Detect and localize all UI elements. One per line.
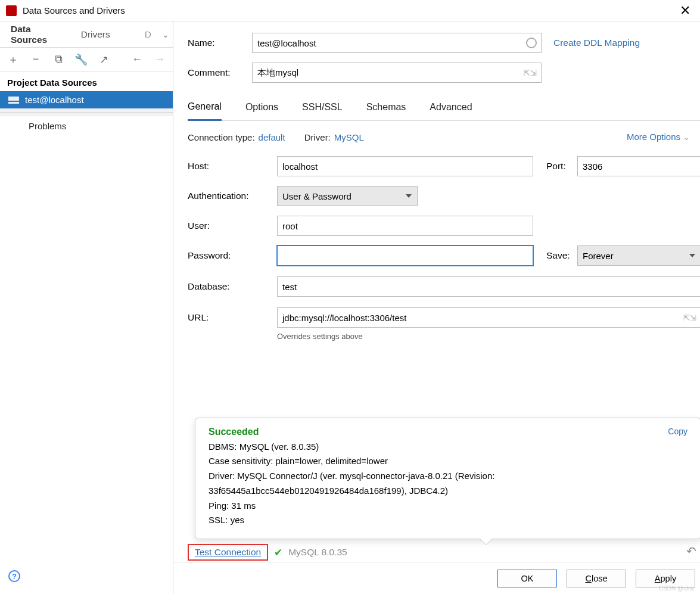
copy-icon[interactable]: ⧉ — [52, 53, 64, 66]
port-label: Port: — [546, 161, 577, 172]
export-icon[interactable]: ↗ — [98, 53, 110, 66]
name-input[interactable] — [252, 33, 542, 53]
dialog-buttons: OK Close Apply — [173, 562, 700, 594]
user-label: User: — [188, 220, 277, 231]
wrench-icon[interactable]: 🔧 — [75, 53, 87, 66]
divider — [0, 112, 173, 113]
tab-options[interactable]: Options — [245, 96, 278, 120]
connection-type-value[interactable]: default — [259, 132, 285, 142]
comment-label: Comment: — [188, 67, 252, 78]
chevron-down-icon: ⌄ — [683, 132, 690, 142]
copy-link[interactable]: Copy — [668, 427, 687, 436]
window-title: Data Sources and Drivers — [23, 5, 676, 15]
user-input[interactable] — [277, 216, 533, 236]
data-source-label: test@localhost — [25, 95, 84, 105]
tab-data-sources[interactable]: Data Sources — [0, 18, 70, 51]
url-label: URL: — [188, 312, 277, 323]
test-connection-row: Test Connection ✔ MySQL 8.0.35 — [188, 544, 347, 561]
driver-value[interactable]: MySQL — [334, 132, 364, 142]
connection-result-popup: Succeeded Copy DBMS: MySQL (ver. 8.0.35)… — [195, 418, 700, 540]
forward-icon[interactable]: → — [154, 53, 166, 66]
create-ddl-mapping-link[interactable]: Create DDL Mapping — [553, 38, 640, 48]
password-input[interactable] — [277, 245, 533, 266]
sidebar-section-title: Project Data Sources — [0, 71, 173, 91]
name-label: Name: — [188, 38, 252, 48]
tab-general[interactable]: General — [188, 95, 222, 121]
detail-tabs: General Options SSH/SSL Schemas Advanced — [188, 95, 700, 121]
close-icon[interactable]: ✕ — [676, 3, 694, 18]
tab-schemas[interactable]: Schemas — [366, 96, 406, 120]
help-icon[interactable]: ? — [8, 570, 20, 582]
tab-ssh-ssl[interactable]: SSH/SSL — [302, 96, 343, 120]
host-input[interactable] — [277, 156, 533, 176]
driver-version: MySQL 8.0.35 — [288, 547, 347, 558]
database-label: Database: — [188, 281, 277, 292]
result-line: Case sensitivity: plain=lower, delimited… — [209, 454, 687, 469]
tab-advanced[interactable]: Advanced — [430, 96, 472, 120]
auth-label: Authentication: — [188, 191, 277, 201]
watermark: CSDN @qkw — [659, 585, 694, 592]
sidebar-item-problems[interactable]: Problems — [0, 116, 173, 136]
host-label: Host: — [188, 161, 277, 172]
chevron-down-icon[interactable]: ⌄ — [162, 30, 173, 39]
add-icon[interactable]: ＋ — [7, 52, 19, 67]
ok-button[interactable]: OK — [497, 570, 557, 587]
tab-more[interactable]: D — [121, 23, 162, 46]
url-hint: Overrides settings above — [277, 332, 700, 341]
save-label: Save: — [546, 250, 577, 261]
apply-button[interactable]: Apply — [636, 570, 695, 587]
password-label: Password: — [188, 250, 277, 261]
port-input[interactable] — [577, 156, 700, 176]
result-status: Succeeded — [209, 427, 687, 437]
test-connection-link[interactable]: Test Connection — [195, 547, 261, 557]
data-source-item[interactable]: test@localhost — [0, 91, 173, 108]
sidebar-toolbar: ＋ − ⧉ 🔧 ↗ ← → — [0, 48, 173, 71]
revert-icon[interactable]: ↶ — [686, 544, 696, 558]
result-line: DBMS: MySQL (ver. 8.0.35) — [209, 440, 687, 455]
result-line: Ping: 31 ms — [209, 499, 687, 514]
back-icon[interactable]: ← — [131, 53, 143, 66]
url-input[interactable] — [277, 307, 700, 328]
more-options-link[interactable]: More Options⌄ — [627, 132, 690, 142]
database-icon — [8, 97, 19, 104]
result-line: SSL: yes — [209, 513, 687, 528]
close-button[interactable]: Close — [567, 570, 626, 587]
comment-input[interactable] — [252, 63, 542, 83]
remove-icon[interactable]: − — [30, 53, 42, 66]
result-line: Driver: MySQL Connector/J (ver. mysql-co… — [209, 469, 687, 499]
tab-drivers[interactable]: Drivers — [70, 23, 121, 46]
sidebar-tabs: Data Sources Drivers D ⌄ — [0, 21, 173, 48]
connection-type-label: Connection type: — [188, 132, 255, 142]
auth-select[interactable]: User & Password — [277, 186, 418, 206]
check-icon: ✔ — [274, 546, 282, 559]
save-select[interactable]: Forever — [577, 245, 700, 266]
color-indicator-icon[interactable] — [526, 38, 537, 48]
driver-label: Driver: — [304, 132, 331, 142]
database-input[interactable] — [277, 276, 700, 297]
app-icon — [6, 5, 17, 16]
